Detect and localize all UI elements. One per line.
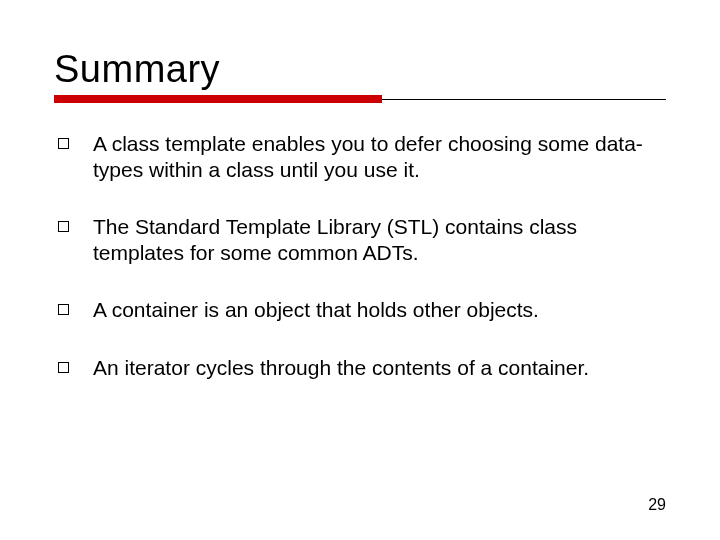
bullet-list: A class template enables you to defer ch…: [54, 131, 666, 381]
square-bullet-icon: [58, 362, 69, 373]
square-bullet-icon: [58, 304, 69, 315]
bullet-text: An iterator cycles through the contents …: [93, 355, 589, 381]
list-item: A container is an object that holds othe…: [54, 297, 666, 323]
bullet-text: The Standard Template Library (STL) cont…: [93, 214, 666, 265]
list-item: A class template enables you to defer ch…: [54, 131, 666, 182]
list-item: The Standard Template Library (STL) cont…: [54, 214, 666, 265]
slide-container: Summary A class template enables you to …: [0, 0, 720, 381]
slide-title: Summary: [54, 48, 666, 91]
bullet-text: A class template enables you to defer ch…: [93, 131, 666, 182]
square-bullet-icon: [58, 138, 69, 149]
list-item: An iterator cycles through the contents …: [54, 355, 666, 381]
title-underline-red: [54, 95, 382, 103]
title-underline: [54, 95, 666, 105]
page-number: 29: [648, 496, 666, 514]
square-bullet-icon: [58, 221, 69, 232]
bullet-text: A container is an object that holds othe…: [93, 297, 539, 323]
